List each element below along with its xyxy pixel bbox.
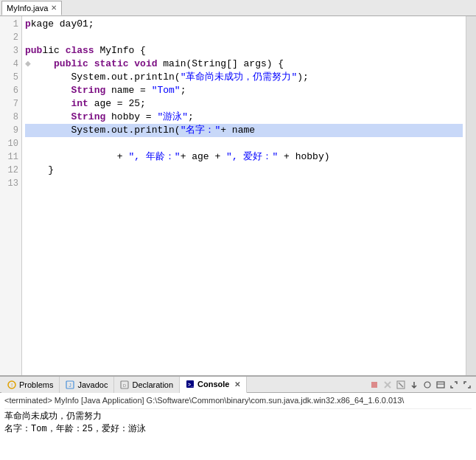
- tab-javadoc-label: Javadoc: [77, 380, 108, 389]
- svg-rect-14: [437, 382, 444, 388]
- svg-rect-8: [371, 382, 377, 388]
- svg-text:!: !: [11, 382, 13, 388]
- svg-line-12: [399, 383, 403, 387]
- tab-problems-label: Problems: [19, 380, 53, 389]
- editor-container: MyInfo.java ✕ 1 2 3 4 5 6 7 8 9 10 11 12…: [0, 0, 476, 376]
- scrollbar-right[interactable]: [466, 16, 476, 375]
- svg-text:J: J: [69, 383, 72, 388]
- tab-label: MyInfo.java: [7, 4, 48, 13]
- tab-close-icon[interactable]: ✕: [51, 4, 57, 12]
- bottom-tab-bar: ! Problems J Javadoc D Declaration >_: [0, 377, 476, 393]
- horizontal-scrollbar[interactable]: [0, 375, 476, 376]
- pin-console-button[interactable]: [421, 379, 433, 391]
- tab-console-close[interactable]: ✕: [234, 380, 240, 388]
- tab-declaration[interactable]: D Declaration: [114, 377, 180, 393]
- console-icon: >_: [186, 380, 195, 388]
- svg-text:D: D: [123, 383, 127, 388]
- code-content[interactable]: pkage day01; public class MyInfo { ◆ pub…: [22, 16, 466, 375]
- tab-javadoc[interactable]: J Javadoc: [60, 377, 114, 393]
- console-status-line: <terminated> MyInfo [Java Application] G…: [4, 394, 472, 409]
- bottom-panel: ! Problems J Javadoc D Declaration >_: [0, 376, 476, 460]
- console-output-area: <terminated> MyInfo [Java Application] G…: [0, 393, 476, 460]
- code-area: 1 2 3 4 5 6 7 8 9 10 11 12 13 pkage day0…: [0, 16, 476, 375]
- tab-console-label: Console: [197, 380, 229, 388]
- svg-point-13: [424, 382, 430, 388]
- tab-declaration-label: Declaration: [132, 380, 173, 389]
- scroll-lock-button[interactable]: [408, 379, 420, 391]
- minimize-view-button[interactable]: [461, 379, 473, 391]
- open-console-button[interactable]: [435, 379, 447, 391]
- declaration-icon: D: [120, 380, 129, 389]
- terminate-button[interactable]: [368, 379, 380, 391]
- editor-tab-myinfo[interactable]: MyInfo.java ✕: [1, 1, 62, 15]
- tab-problems[interactable]: ! Problems: [1, 377, 60, 393]
- javadoc-icon: J: [66, 380, 74, 389]
- console-output-line1: 革命尚未成功，仍需努力: [4, 411, 472, 423]
- maximize-button[interactable]: [448, 379, 460, 391]
- console-output-line2: 名字：Tom，年龄：25，爱好：游泳: [4, 423, 472, 436]
- problems-icon: !: [7, 380, 16, 389]
- line-numbers: 1 2 3 4 5 6 7 8 9 10 11 12 13: [0, 16, 22, 375]
- tab-console[interactable]: >_ Console ✕: [180, 377, 246, 393]
- remove-all-button[interactable]: [395, 379, 407, 391]
- editor-tab-bar: MyInfo.java ✕: [0, 0, 476, 16]
- svg-text:>_: >_: [188, 382, 194, 387]
- remove-launch-button[interactable]: [382, 379, 393, 391]
